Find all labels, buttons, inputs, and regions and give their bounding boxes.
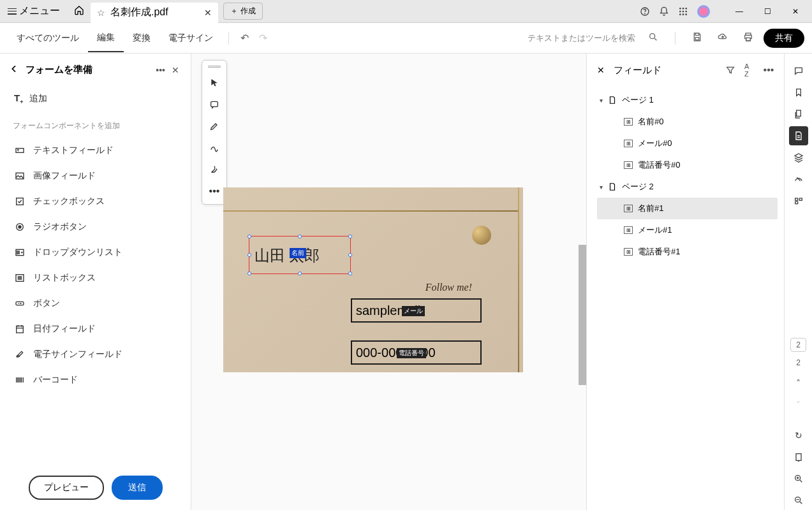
svg-point-7 bbox=[685, 10, 687, 12]
close-fields-panel[interactable]: ✕ bbox=[597, 65, 605, 75]
cloud-icon[interactable] bbox=[712, 28, 733, 48]
tab-convert[interactable]: 変換 bbox=[124, 25, 159, 52]
new-tab-button[interactable]: ＋ 作成 bbox=[223, 3, 263, 20]
save-icon[interactable] bbox=[687, 28, 707, 48]
svg-point-6 bbox=[683, 10, 684, 12]
sort-icon[interactable]: AZ bbox=[744, 62, 755, 78]
rail-layers-icon[interactable] bbox=[789, 148, 808, 167]
page-up-button[interactable]: ˄ bbox=[789, 374, 808, 393]
tab-esign[interactable]: 電子サイン bbox=[159, 25, 222, 52]
tree-field-mail-0[interactable]: ⊞メール#0 bbox=[597, 133, 778, 154]
tree-field-phone-0[interactable]: ⊞電話番号#0 bbox=[597, 154, 778, 176]
svg-rect-28 bbox=[795, 201, 797, 203]
more-button[interactable]: ••• bbox=[156, 65, 165, 75]
resize-handle[interactable] bbox=[298, 235, 302, 238]
vertical-toolbox[interactable]: ••• bbox=[202, 60, 227, 205]
tree-page-2[interactable]: ▾ ページ 2 bbox=[597, 176, 778, 198]
tree-field-name-1[interactable]: ⊞名前#1 bbox=[597, 198, 778, 219]
zoom-out-icon[interactable] bbox=[789, 491, 808, 510]
more-tools[interactable]: ••• bbox=[205, 181, 223, 201]
scrollbar-thumb[interactable] bbox=[579, 245, 586, 385]
redo-button[interactable]: ↷ bbox=[254, 28, 272, 48]
item-dropdown[interactable]: ドロップダウンリスト bbox=[9, 240, 182, 265]
back-button[interactable] bbox=[9, 64, 19, 76]
page-down-button[interactable]: ˅ bbox=[789, 395, 808, 414]
item-checkbox[interactable]: チェックボックス bbox=[9, 189, 182, 214]
undo-button[interactable]: ↶ bbox=[235, 28, 254, 48]
fit-page-icon[interactable] bbox=[789, 448, 808, 467]
rail-pages-icon[interactable] bbox=[789, 105, 808, 124]
rotate-icon[interactable]: ↻ bbox=[789, 426, 808, 445]
date-icon bbox=[14, 323, 26, 335]
draw-tool[interactable] bbox=[205, 138, 223, 158]
grip-icon[interactable] bbox=[208, 66, 221, 68]
rail-comment-icon[interactable] bbox=[789, 61, 808, 80]
phone-form-field[interactable]: 000-0000-000 電話番号 bbox=[351, 340, 482, 365]
field-icon: ⊞ bbox=[624, 226, 633, 234]
svg-rect-29 bbox=[796, 454, 801, 461]
item-text-field[interactable]: テキストフィールド bbox=[9, 138, 182, 163]
item-image-field[interactable]: 画像フィールド bbox=[9, 163, 182, 189]
star-icon[interactable]: ☆ bbox=[97, 8, 105, 18]
filter-icon[interactable] bbox=[725, 65, 735, 75]
preview-button[interactable]: プレビュー bbox=[29, 476, 104, 500]
resize-handle[interactable] bbox=[247, 253, 251, 257]
item-barcode[interactable]: バーコード bbox=[9, 367, 182, 393]
close-window-button[interactable]: ✕ bbox=[781, 2, 809, 21]
page-label: ページ 2 bbox=[622, 181, 654, 193]
rail-crop-icon[interactable] bbox=[789, 170, 808, 189]
rail-bookmark-icon[interactable] bbox=[789, 83, 808, 102]
item-date-field[interactable]: 日付フィールド bbox=[9, 316, 182, 342]
document-scrollbar[interactable] bbox=[579, 60, 586, 510]
item-esign-field[interactable]: 電子サインフィールド bbox=[9, 342, 182, 367]
help-icon[interactable] bbox=[640, 6, 650, 17]
left-panel-header: フォームを準備 ••• ✕ bbox=[0, 54, 191, 86]
minimize-button[interactable]: — bbox=[725, 2, 753, 21]
tab-edit[interactable]: 編集 bbox=[88, 24, 124, 52]
resize-handle[interactable] bbox=[247, 235, 251, 238]
resize-handle[interactable] bbox=[348, 253, 352, 257]
email-form-field[interactable]: samplemail メール bbox=[351, 298, 482, 323]
add-label: 追加 bbox=[29, 93, 47, 105]
send-button[interactable]: 送信 bbox=[112, 476, 163, 500]
tree-field-mail-1[interactable]: ⊞メール#1 bbox=[597, 219, 778, 241]
resize-handle[interactable] bbox=[348, 272, 352, 275]
highlight-tool[interactable] bbox=[205, 116, 223, 136]
apps-icon[interactable] bbox=[678, 6, 688, 17]
tree-field-phone-1[interactable]: ⊞電話番号#1 bbox=[597, 241, 778, 263]
hamburger-icon bbox=[8, 8, 17, 15]
svg-rect-17 bbox=[17, 198, 24, 205]
canvas-area[interactable]: ••• Follow me! 山田 太郎 名前 bbox=[191, 54, 586, 510]
select-tool[interactable] bbox=[205, 73, 223, 93]
menu-button[interactable]: メニュー bbox=[3, 2, 65, 20]
tab-close-button[interactable]: ✕ bbox=[204, 8, 212, 18]
add-text-tool[interactable]: T+ 追加 bbox=[9, 86, 182, 117]
resize-handle[interactable] bbox=[247, 272, 251, 275]
rail-fields-icon[interactable] bbox=[789, 126, 808, 145]
item-listbox[interactable]: リストボックス bbox=[9, 265, 182, 291]
rail-organize-icon[interactable] bbox=[789, 191, 808, 210]
print-icon[interactable] bbox=[738, 28, 758, 48]
avatar[interactable] bbox=[697, 5, 710, 18]
more-icon[interactable]: ••• bbox=[764, 64, 774, 76]
item-radio[interactable]: ラジオボタン bbox=[9, 214, 182, 240]
bell-icon[interactable] bbox=[659, 6, 669, 17]
close-panel-button[interactable]: ✕ bbox=[172, 65, 179, 75]
zoom-in-icon[interactable] bbox=[789, 469, 808, 488]
comment-tool[interactable] bbox=[205, 94, 223, 115]
search-icon[interactable] bbox=[643, 28, 663, 48]
name-form-field-selected[interactable]: 山田 太郎 名前 bbox=[249, 236, 351, 274]
erase-tool[interactable] bbox=[205, 159, 223, 180]
share-button[interactable]: 共有 bbox=[764, 29, 804, 48]
document-tab[interactable]: ☆ 名刺作成.pdf ✕ bbox=[91, 3, 218, 23]
document-page[interactable]: Follow me! 山田 太郎 名前 samplemail メール bbox=[223, 187, 523, 372]
maximize-button[interactable]: ☐ bbox=[753, 2, 781, 21]
item-button[interactable]: ボタン bbox=[9, 291, 182, 316]
home-button[interactable] bbox=[68, 1, 91, 22]
page-number-input[interactable]: 2 bbox=[790, 338, 806, 352]
tab-all-tools[interactable]: すべてのツール bbox=[8, 25, 88, 52]
tree-page-1[interactable]: ▾ ページ 1 bbox=[597, 89, 778, 111]
tree-field-name-0[interactable]: ⊞名前#0 bbox=[597, 111, 778, 133]
resize-handle[interactable] bbox=[348, 235, 352, 238]
resize-handle[interactable] bbox=[298, 272, 302, 275]
